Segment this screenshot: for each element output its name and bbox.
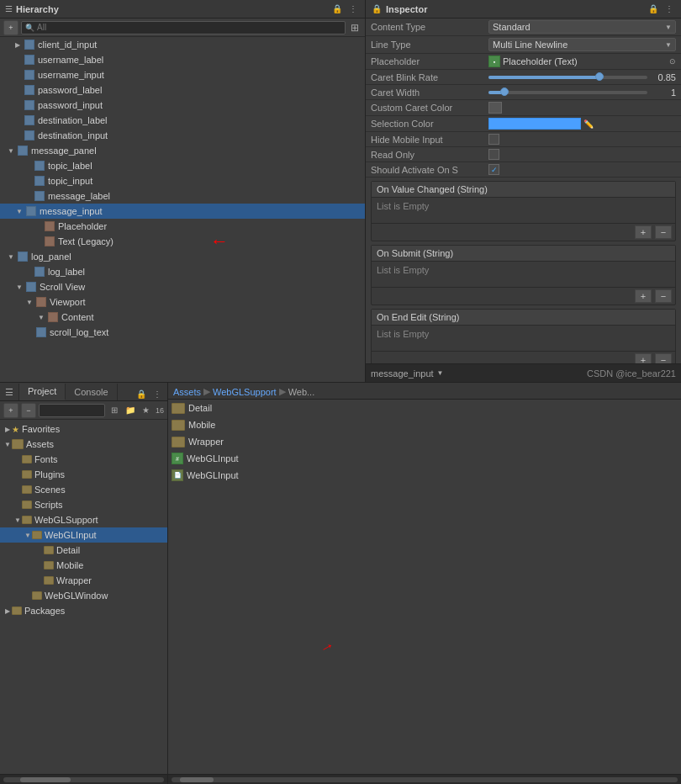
hierarchy-search[interactable]: 🔍 <box>21 21 346 34</box>
list-item-selected[interactable]: ▼ message_input <box>0 204 365 219</box>
remove-value-changed-btn[interactable]: − <box>655 225 672 239</box>
list-item[interactable]: ▶ password_label <box>0 82 365 98</box>
list-item[interactable]: ▶ client_id_input <box>0 37 365 52</box>
list-item[interactable]: ▶ username_label <box>0 52 365 67</box>
breadcrumb-assets[interactable]: Assets <box>173 387 201 397</box>
remove-end-edit-btn[interactable]: − <box>655 353 672 363</box>
list-item[interactable]: ▶ Placeholder <box>0 219 365 234</box>
color-picker-icon[interactable]: ✏️ <box>583 119 594 129</box>
cube-icon <box>44 220 55 232</box>
add-end-edit-btn[interactable]: + <box>635 353 652 363</box>
asset-item-webglinput-file[interactable]: 📄 WebGLInput <box>168 467 681 484</box>
list-item[interactable]: ▼ message_panel <box>0 143 365 158</box>
list-item[interactable]: ▶ topic_label <box>0 158 365 173</box>
tree-item-packages[interactable]: ▶ Packages <box>0 603 167 618</box>
tree-item-webglsupport[interactable]: ▼ WebGLSupport <box>0 512 167 527</box>
tree-item-webglinput[interactable]: ▼ WebGLInput <box>0 527 167 543</box>
line-type-dropdown[interactable]: Multi Line Newline ▼ <box>488 38 676 51</box>
star-icon-btn[interactable]: ★ <box>140 404 153 417</box>
list-item[interactable]: ▶ message_label <box>0 188 365 204</box>
item-label: client_id_input <box>38 40 97 50</box>
tree-item-scripts[interactable]: ▶ Scripts <box>0 497 167 512</box>
list-item[interactable]: ▶ scroll_log_text <box>0 325 365 340</box>
hierarchy-title: Hierarchy <box>16 4 59 14</box>
expand-arrow: ▼ <box>37 313 45 321</box>
asset-item-detail[interactable]: Detail <box>168 400 681 416</box>
remove-submit-btn[interactable]: − <box>655 289 672 303</box>
hierarchy-search-input[interactable] <box>37 23 341 32</box>
content-type-dropdown[interactable]: Standard ▼ <box>488 20 676 34</box>
inspector-lock-icon[interactable]: 🔒 <box>371 3 383 15</box>
minus-asset-btn[interactable]: − <box>21 403 36 418</box>
tree-item-webglwindow[interactable]: ▶ WebGLWindow <box>0 588 167 603</box>
add-value-changed-btn[interactable]: + <box>635 225 652 239</box>
on-value-changed-footer: + − <box>372 223 675 241</box>
breadcrumb-sep1: ▶ <box>203 386 210 397</box>
custom-caret-color-swatch[interactable] <box>488 102 502 114</box>
tab-console[interactable]: Console <box>66 384 117 400</box>
list-item[interactable]: ▶ Text (Legacy) <box>0 234 365 249</box>
tree-item-wrapper[interactable]: ▶ Wrapper <box>0 573 167 588</box>
should-activate-checkbox[interactable] <box>488 164 499 175</box>
list-item[interactable]: ▼ Content <box>0 310 365 325</box>
tree-item-detail[interactable]: ▶ Detail <box>0 543 167 558</box>
asset-item-webglinput-script[interactable]: # WebGLInput <box>168 450 681 467</box>
item-label: log_label <box>48 267 85 277</box>
cube-icon <box>25 281 37 293</box>
caret-width-slider[interactable]: 1 <box>488 87 676 98</box>
list-item[interactable]: ▶ log_label <box>0 264 365 279</box>
list-item[interactable]: ▼ Viewport <box>0 294 365 310</box>
inspector-lock2-icon[interactable]: 🔒 <box>647 3 660 16</box>
file-icon: 📄 <box>172 469 183 481</box>
tree-item-fonts[interactable]: ▶ Fonts <box>0 452 167 467</box>
filter-icon[interactable]: ⊞ <box>348 21 362 34</box>
cube-icon <box>24 130 35 141</box>
tree-item-mobile[interactable]: ▶ Mobile <box>0 558 167 573</box>
list-item[interactable]: ▼ Scroll View <box>0 279 365 294</box>
list-item[interactable]: ▶ destination_input <box>0 128 365 143</box>
asset-item-mobile[interactable]: Mobile <box>168 416 681 433</box>
scrollbar-thumb[interactable] <box>20 777 71 782</box>
add-submit-btn[interactable]: + <box>635 289 652 303</box>
on-end-edit-section: On End Edit (String) List is Empty + − <box>371 309 676 363</box>
tree-item-favorites[interactable]: ▶ ★ Favorites <box>0 421 167 437</box>
tree-item-scenes[interactable]: ▶ Scenes <box>0 482 167 497</box>
object-name-dropdown-arrow[interactable]: ▼ <box>437 369 444 377</box>
read-only-checkbox[interactable] <box>488 149 499 160</box>
expand-arrow: ▼ <box>7 146 15 155</box>
list-item[interactable]: ▶ topic_input <box>0 173 365 188</box>
project-search[interactable] <box>39 404 105 417</box>
asset-item-wrapper[interactable]: Wrapper <box>168 433 681 450</box>
should-activate-row: Should Activate On S <box>366 162 681 177</box>
folder-icon-btn[interactable]: 📁 <box>124 404 137 417</box>
scrollbar-thumb2[interactable] <box>180 777 214 782</box>
scrollbar-track2[interactable] <box>172 777 678 782</box>
hide-mobile-checkbox[interactable] <box>488 134 499 145</box>
list-item[interactable]: ▶ destination_label <box>0 113 365 128</box>
filter-icon2[interactable]: ⊞ <box>108 404 121 417</box>
selection-color-swatch[interactable] <box>488 118 581 130</box>
scrollbar-track[interactable] <box>3 777 164 782</box>
breadcrumb-webglsupport[interactable]: WebGLSupport <box>213 387 277 397</box>
project-toolbar: + − ⊞ 📁 ★ 16 <box>0 401 167 420</box>
more-icon[interactable]: ⋮ <box>346 3 360 16</box>
content-type-value: Standard <box>493 22 531 32</box>
caret-blink-slider[interactable]: 0.85 <box>488 72 676 82</box>
project-search-input[interactable] <box>43 405 101 415</box>
tree-item-assets[interactable]: ▼ Assets <box>0 437 167 452</box>
list-item[interactable]: ▼ log_panel <box>0 249 365 264</box>
add-hierarchy-btn[interactable]: + <box>3 20 18 35</box>
placeholder-target-icon[interactable]: ⊙ <box>669 57 676 66</box>
caret-width-row: Caret Width 1 <box>366 85 681 100</box>
cube-icon <box>47 311 59 323</box>
add-asset-btn[interactable]: + <box>3 403 18 418</box>
inspector-more-icon[interactable]: ⋮ <box>663 3 676 16</box>
cube-icon <box>25 205 37 217</box>
project-more-icon[interactable]: ⋮ <box>150 387 164 400</box>
list-item[interactable]: ▶ password_input <box>0 98 365 113</box>
tab-project[interactable]: Project <box>19 384 66 400</box>
lock-icon[interactable]: 🔒 <box>330 3 344 16</box>
tree-item-plugins[interactable]: ▶ Plugins <box>0 467 167 482</box>
list-item[interactable]: ▶ username_input <box>0 67 365 82</box>
project-lock-icon[interactable]: 🔒 <box>135 387 148 400</box>
